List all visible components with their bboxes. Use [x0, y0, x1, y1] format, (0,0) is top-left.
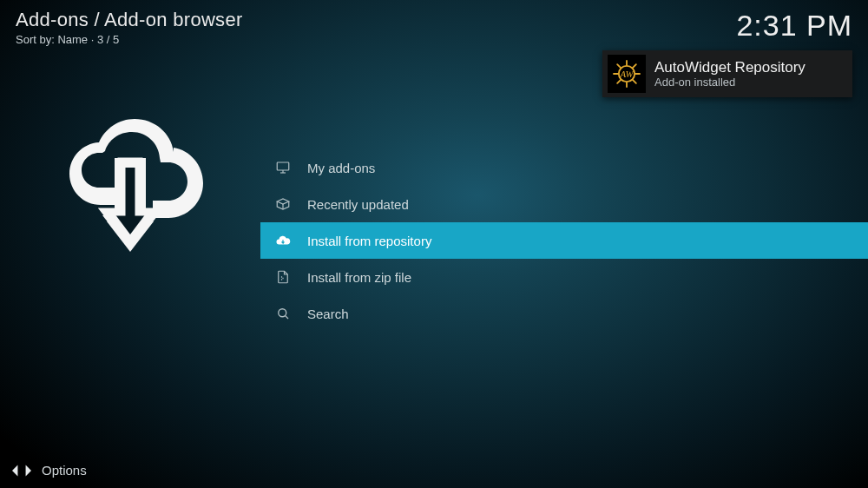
monitor-icon — [274, 159, 292, 176]
menu-item-label: Install from repository — [307, 234, 431, 248]
svg-rect-15 — [277, 162, 289, 170]
svg-line-22 — [286, 316, 288, 319]
svg-marker-23 — [12, 465, 17, 476]
notification-toast[interactable]: AW AutoWidget Repository Add-on installe… — [602, 50, 852, 97]
list-position: 3 / 5 — [97, 33, 119, 46]
search-icon — [274, 305, 292, 322]
menu-item-label: Recently updated — [307, 197, 409, 212]
menu-item-recently-updated[interactable]: Recently updated — [260, 186, 868, 222]
breadcrumb: Add-ons / Add-on browser — [16, 9, 243, 31]
menu-item-label: My add-ons — [307, 161, 375, 175]
svg-line-6 — [633, 80, 636, 83]
sort-line: Sort by: Name · 3 / 5 — [16, 33, 243, 46]
svg-line-5 — [617, 64, 621, 68]
autowidget-gear-icon: AW — [608, 55, 646, 93]
zip-file-icon — [274, 268, 292, 286]
footer-options[interactable]: Options — [12, 463, 87, 478]
footer-options-label: Options — [42, 463, 87, 478]
menu-item-install-from-zip[interactable]: Install from zip file — [260, 259, 868, 295]
svg-line-8 — [633, 64, 636, 68]
menu-item-label: Install from zip file — [307, 270, 411, 285]
options-arrows-icon — [12, 465, 31, 477]
menu-item-install-from-repository[interactable]: Install from repository — [260, 222, 868, 259]
svg-line-7 — [617, 80, 621, 83]
notification-message: Add-on installed — [654, 76, 806, 89]
menu-item-my-addons[interactable]: My add-ons — [260, 149, 868, 186]
cloud-download-icon — [274, 232, 292, 249]
clock: 2:31 PM — [736, 9, 852, 43]
open-box-icon — [274, 195, 292, 213]
sort-sep: · — [91, 33, 97, 46]
sort-value: Name — [57, 33, 88, 46]
menu-item-label: Search — [307, 307, 349, 321]
cloud-download-large-icon — [52, 104, 208, 260]
notification-title: AutoWidget Repository — [654, 59, 806, 76]
sort-label: Sort by: — [16, 33, 55, 46]
svg-point-21 — [279, 309, 286, 317]
menu-item-search[interactable]: Search — [260, 295, 868, 332]
addon-browser-menu: My add-ons Recently updated Install from… — [260, 149, 868, 332]
svg-marker-24 — [26, 465, 31, 476]
svg-text:AW: AW — [619, 69, 634, 79]
